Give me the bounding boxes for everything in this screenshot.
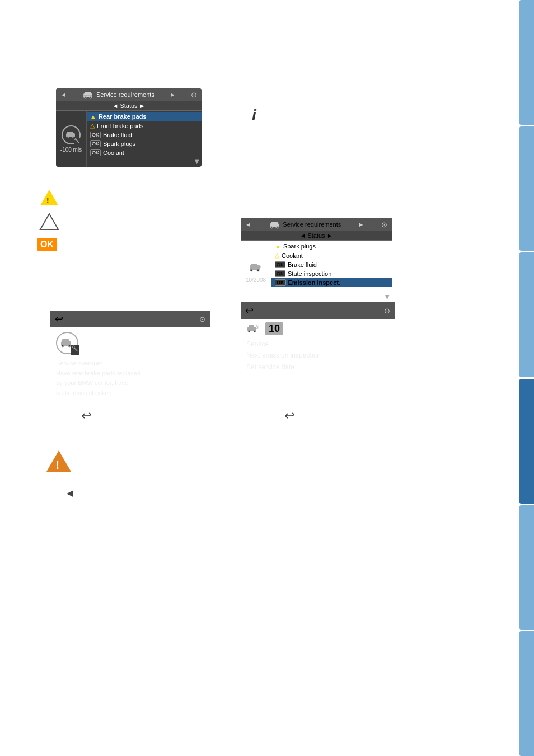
tab-2[interactable] bbox=[519, 126, 534, 251]
tab-1[interactable] bbox=[519, 0, 534, 125]
svg-point-3 bbox=[90, 96, 92, 98]
screen3-title-row: Rear brake pads bbox=[56, 332, 204, 354]
svg-point-17 bbox=[250, 269, 252, 271]
screen1-item-front-brake-pads[interactable]: △ Front brake pads bbox=[87, 121, 202, 130]
screen1-left-arrow[interactable]: ◄ bbox=[60, 91, 67, 98]
screen1-nav-icon[interactable]: ⊙ bbox=[191, 91, 197, 99]
screen1-label-5: Coolant bbox=[103, 149, 124, 156]
ok-box-symbol: OK bbox=[37, 238, 57, 251]
screen2-left-panel: § 10/2008 bbox=[241, 241, 271, 302]
screen3-line-3: by your BMW center, have bbox=[56, 378, 204, 388]
screen3-header: ↩ ⊙ bbox=[50, 311, 210, 327]
back-arrow-label-2: ↩ bbox=[284, 408, 294, 423]
screen4-service-icon: § bbox=[246, 323, 262, 335]
svg-point-34 bbox=[254, 330, 256, 332]
screen2-car-wrench: § bbox=[248, 262, 264, 274]
svg-point-14 bbox=[276, 226, 278, 228]
screen1-item-spark-plugs[interactable]: OK Spark plugs bbox=[87, 139, 202, 148]
svg-marker-22 bbox=[40, 214, 58, 229]
screen2-title: Service requirements bbox=[283, 221, 341, 228]
screen4-menu-item-set-date[interactable]: Set service date bbox=[246, 361, 389, 373]
screen2-item-state-inspection[interactable]: OK State inspection bbox=[271, 269, 392, 278]
screen1-header: ◄ Service requirements ► ⊙ bbox=[56, 88, 202, 101]
screen1-item-rear-brake-pads[interactable]: ▲ Rear brake pads bbox=[87, 112, 202, 121]
tab-4-current[interactable] bbox=[519, 379, 534, 504]
screen3-body-text: Service overdue! Have rear brake pads re… bbox=[56, 359, 204, 398]
screen4-header: ↩ ⊙ bbox=[241, 302, 395, 319]
ok-indicator: OK bbox=[37, 238, 57, 251]
svg-point-7 bbox=[67, 136, 69, 138]
screen1-right-arrow[interactable]: ► bbox=[170, 91, 176, 98]
screen3-brake-pads-detail: ↩ ⊙ Rear brake pads bbox=[50, 311, 210, 402]
svg-rect-24 bbox=[62, 339, 69, 342]
screen2-left-arrow[interactable]: ◄ bbox=[245, 221, 251, 228]
screen1-item-coolant[interactable]: OK Coolant bbox=[87, 148, 202, 157]
svg-rect-6 bbox=[67, 132, 73, 134]
symbol-outline-triangle bbox=[39, 212, 59, 232]
screen2-status-3: OK bbox=[275, 261, 285, 268]
screen3-back-btn[interactable]: ↩ bbox=[55, 313, 63, 325]
screen2-header: ◄ Service requirements ► ⊙ bbox=[241, 218, 392, 231]
screen4-emission-date: ↩ ⊙ § 10 / 2008 Service Next emission in… bbox=[241, 302, 395, 376]
screen1-rotary-icon bbox=[62, 125, 81, 144]
screen2-label-3: Brake fluid bbox=[288, 261, 317, 268]
screen2-status-4: OK bbox=[275, 270, 285, 277]
screen2-service-requirements: ◄ Service requirements ► ⊙ ◄ Status ► bbox=[241, 218, 392, 302]
screen4-date-sep: / bbox=[285, 323, 288, 335]
screen3-nav-icon[interactable]: ⊙ bbox=[199, 315, 205, 323]
screen1-title: Service requirements bbox=[96, 91, 154, 98]
screen3-wrench-icon bbox=[72, 345, 78, 352]
screen3-line-2: Have rear brake pads replaced bbox=[56, 369, 204, 379]
screen1-car-icon bbox=[82, 90, 94, 99]
filled-triangle-icon: ! bbox=[39, 187, 59, 208]
screen2-nav-icon[interactable]: ⊙ bbox=[381, 220, 387, 229]
screen2-item-brake-fluid[interactable]: OK Brake fluid bbox=[271, 260, 392, 269]
screen2-label-4: State inspection bbox=[288, 270, 331, 277]
screen2-item-spark-plugs[interactable]: ▲ Spark plugs bbox=[271, 242, 392, 251]
screen4-date-month[interactable]: 10 bbox=[265, 322, 283, 335]
screen2-label-2: Coolant bbox=[282, 252, 303, 259]
screen4-nav-icon[interactable]: ⊙ bbox=[384, 307, 390, 315]
screen2-warn-2: △ bbox=[275, 252, 279, 259]
screen1-status-3: OK bbox=[90, 132, 101, 138]
screen4-menu-item-service[interactable]: Service bbox=[246, 339, 389, 350]
screen4-menu-item-emission[interactable]: Next emission inspection bbox=[246, 350, 389, 361]
svg-text:§: § bbox=[256, 324, 259, 330]
tab-strip bbox=[519, 0, 534, 756]
screen3-title: Rear brake pads bbox=[83, 336, 153, 350]
screen2-warn-1: ▲ bbox=[275, 243, 281, 250]
svg-point-18 bbox=[257, 269, 259, 271]
screen1-label-2: Front brake pads bbox=[97, 123, 143, 129]
big-warning-icon: ! bbox=[45, 448, 73, 476]
screen4-back-btn[interactable]: ↩ bbox=[245, 304, 254, 317]
screen1-service-requirements: ◄ Service requirements ► ⊙ ◄ Status ► bbox=[56, 88, 202, 167]
svg-point-26 bbox=[68, 345, 71, 347]
screen1-mileage: -100 mls bbox=[60, 147, 82, 153]
tab-6[interactable] bbox=[519, 631, 534, 756]
screen3-line-1: Service overdue! bbox=[56, 359, 204, 369]
screen3-line-4: brake discs checked bbox=[56, 388, 204, 398]
tab-3[interactable] bbox=[519, 252, 534, 377]
screen1-scroll-down[interactable]: ▼ bbox=[193, 157, 200, 166]
screen2-item-emission[interactable]: OK Emission inspect. bbox=[271, 278, 392, 287]
svg-text:!: ! bbox=[46, 196, 49, 205]
svg-rect-16 bbox=[251, 264, 257, 266]
info-icon: i bbox=[252, 106, 256, 124]
screen2-status-5: OK bbox=[275, 279, 286, 286]
screen1-label-4: Spark plugs bbox=[103, 140, 135, 147]
svg-rect-12 bbox=[271, 222, 278, 224]
screen4-date-row: § 10 / 2008 bbox=[246, 322, 389, 335]
screen3-rotary-icon bbox=[56, 332, 78, 354]
screen1-subheader: ◄ Status ► bbox=[56, 101, 202, 111]
screen2-label-1: Spark plugs bbox=[283, 243, 316, 250]
left-arrow-nav[interactable]: ◄ bbox=[64, 487, 76, 500]
screen2-scroll-down[interactable]: ▼ bbox=[383, 293, 391, 301]
screen2-items-list: ▲ Spark plugs △ Coolant OK Brake fluid O… bbox=[271, 241, 392, 302]
screen4-date-year: 2008 bbox=[291, 323, 313, 335]
svg-point-33 bbox=[248, 330, 250, 332]
tab-5[interactable] bbox=[519, 505, 534, 630]
screen1-item-brake-fluid[interactable]: OK Brake fluid bbox=[87, 130, 202, 139]
svg-text:!: ! bbox=[55, 458, 59, 472]
screen2-item-coolant[interactable]: △ Coolant bbox=[271, 251, 392, 260]
screen2-right-arrow[interactable]: ► bbox=[358, 221, 364, 228]
